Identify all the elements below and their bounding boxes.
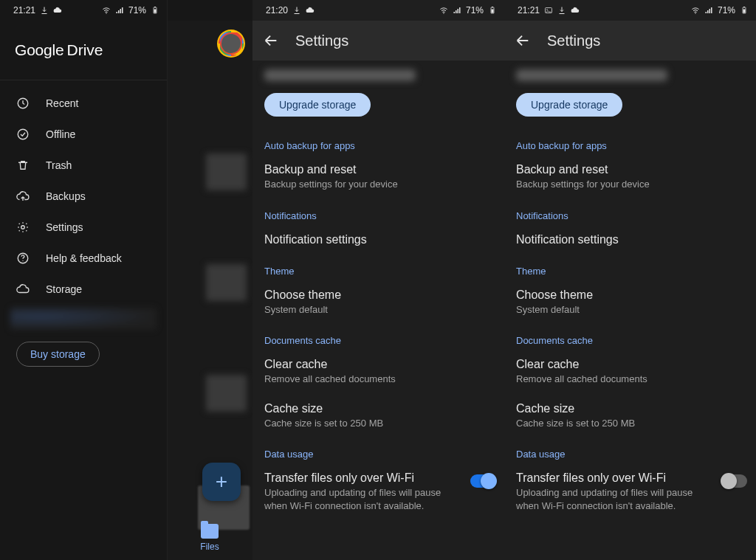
- bottom-nav-label: Files: [200, 542, 219, 552]
- upgrade-storage-button[interactable]: Upgrade storage: [264, 93, 371, 117]
- status-bar: 21:20 71%: [252, 0, 504, 21]
- nav-backups[interactable]: Backups: [0, 181, 167, 212]
- upgrade-storage-button[interactable]: Upgrade storage: [516, 93, 622, 117]
- wifi-only-toggle[interactable]: [722, 474, 747, 488]
- page-title: Settings: [295, 32, 348, 49]
- clock-icon: [16, 97, 30, 110]
- row-notification-settings[interactable]: Notification settings: [504, 226, 756, 255]
- cloud-icon: [53, 6, 62, 15]
- svg-rect-2: [154, 10, 157, 13]
- nav-label: Offline: [46, 128, 75, 140]
- cloud-icon: [306, 6, 315, 15]
- buy-storage-button[interactable]: Buy storage: [16, 342, 100, 367]
- nav-help[interactable]: Help & feedback: [0, 243, 167, 274]
- row-title: Cache size: [264, 402, 492, 415]
- nav-offline[interactable]: Offline: [0, 119, 167, 150]
- battery-icon: [740, 6, 749, 15]
- row-subtitle: Remove all cached documents: [516, 373, 744, 386]
- back-arrow-icon[interactable]: [515, 32, 531, 49]
- row-choose-theme[interactable]: Choose theme System default: [252, 281, 504, 325]
- row-title: Choose theme: [264, 288, 492, 302]
- row-wifi-only[interactable]: Transfer files only over Wi-Fi Uploading…: [252, 464, 504, 521]
- row-notification-settings[interactable]: Notification settings: [252, 226, 504, 255]
- new-fab-button[interactable]: +: [202, 463, 241, 501]
- row-title: Transfer files only over Wi-Fi: [516, 471, 715, 485]
- row-subtitle: Cache size is set to 250 MB: [516, 417, 744, 430]
- status-bar: 21:21 71%: [504, 0, 756, 21]
- row-title: Clear cache: [264, 358, 492, 371]
- image-icon: [544, 6, 553, 15]
- bottom-nav-files[interactable]: Files: [167, 516, 252, 560]
- gear-icon: [16, 221, 30, 234]
- section-notifications: Notifications: [504, 200, 756, 226]
- download-icon: [557, 6, 566, 15]
- row-clear-cache[interactable]: Clear cache Remove all cached documents: [504, 350, 756, 395]
- offline-icon: [16, 128, 30, 141]
- row-subtitle: Uploading and updating of files will pau…: [264, 486, 463, 512]
- signal-icon: [453, 6, 461, 15]
- battery-icon: [151, 6, 159, 15]
- section-theme: Theme: [504, 255, 756, 281]
- cloud-up-icon: [16, 190, 30, 203]
- signal-icon: [704, 6, 713, 15]
- section-data-usage: Data usage: [252, 438, 504, 464]
- nav-recent[interactable]: Recent: [0, 88, 167, 119]
- row-subtitle: System default: [516, 303, 744, 317]
- account-info-redacted: [264, 69, 416, 81]
- folder-thumbnail: [206, 375, 247, 412]
- trash-icon: [16, 159, 30, 172]
- section-notifications: Notifications: [252, 200, 504, 226]
- battery-icon: [488, 6, 497, 15]
- row-title: Transfer files only over Wi-Fi: [264, 471, 463, 485]
- nav-storage[interactable]: Storage: [0, 274, 167, 305]
- row-title: Cache size: [516, 402, 744, 415]
- folder-icon: [201, 524, 219, 539]
- app-brand: Google Drive: [15, 41, 103, 59]
- row-cache-size[interactable]: Cache size Cache size is set to 250 MB: [252, 395, 504, 439]
- wifi-icon: [102, 6, 111, 15]
- wifi-only-toggle[interactable]: [470, 474, 495, 488]
- nav-label: Trash: [46, 159, 72, 171]
- status-battery: 71%: [128, 5, 146, 15]
- row-title: Choose theme: [516, 288, 744, 302]
- svg-point-9: [443, 13, 444, 13]
- row-cache-size[interactable]: Cache size Cache size is set to 250 MB: [504, 395, 756, 439]
- status-battery: 71%: [718, 5, 735, 15]
- row-subtitle: Remove all cached documents: [264, 373, 492, 386]
- account-avatar[interactable]: [219, 31, 244, 56]
- row-title: Backup and reset: [516, 163, 744, 176]
- nav-settings[interactable]: Settings: [0, 212, 167, 243]
- download-icon: [292, 6, 301, 15]
- navigation-drawer: 21:21 71% Google Drive: [0, 0, 168, 560]
- svg-point-8: [22, 260, 23, 261]
- svg-point-0: [106, 13, 106, 13]
- signal-icon: [115, 6, 124, 15]
- wifi-icon: [439, 6, 448, 15]
- back-arrow-icon[interactable]: [263, 32, 279, 49]
- nav-trash[interactable]: Trash: [0, 150, 167, 181]
- svg-rect-3: [154, 7, 156, 7]
- row-subtitle: Backup settings for your device: [264, 178, 492, 191]
- row-clear-cache[interactable]: Clear cache Remove all cached documents: [252, 350, 504, 395]
- folder-thumbnail: [206, 264, 247, 301]
- row-choose-theme[interactable]: Choose theme System default: [504, 281, 756, 325]
- wifi-icon: [691, 6, 700, 15]
- cloud-icon: [571, 6, 580, 15]
- svg-point-6: [21, 226, 25, 229]
- svg-rect-17: [743, 10, 746, 13]
- row-title: Clear cache: [516, 358, 744, 371]
- row-backup-reset[interactable]: Backup and reset Backup settings for you…: [504, 156, 756, 200]
- status-bar: 21:21 71%: [0, 0, 167, 21]
- section-theme: Theme: [252, 255, 504, 281]
- row-backup-reset[interactable]: Backup and reset Backup settings for you…: [252, 156, 504, 200]
- cloud-icon: [16, 283, 30, 296]
- row-wifi-only[interactable]: Transfer files only over Wi-Fi Uploading…: [504, 464, 756, 521]
- nav-label: Backups: [46, 190, 86, 202]
- status-battery: 71%: [466, 5, 484, 15]
- nav-label: Recent: [46, 97, 78, 109]
- drive-content-background: + Files: [167, 21, 252, 560]
- storage-usage-redacted: [10, 308, 157, 330]
- row-title: Notification settings: [516, 233, 744, 246]
- status-time: 21:21: [13, 5, 35, 15]
- row-title: Backup and reset: [264, 163, 492, 176]
